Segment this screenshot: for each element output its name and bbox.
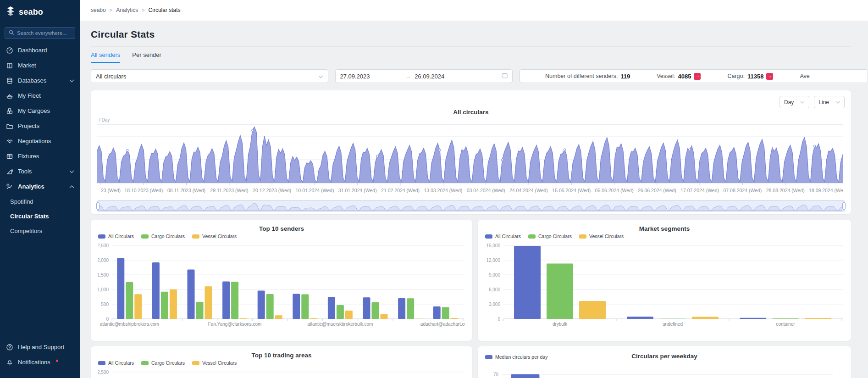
bar-vessel-circulars[interactable] <box>134 294 142 319</box>
tab-all-senders[interactable]: All senders <box>91 51 120 63</box>
bar-vessel-circulars[interactable] <box>205 286 212 319</box>
bar-vessel-circulars[interactable] <box>805 318 831 319</box>
date-range-picker[interactable]: 27.09.2023 → 26.09.2024 <box>335 69 513 83</box>
breadcrumb-item[interactable]: seabo <box>91 7 106 13</box>
x-tick-label: Fan.Yang@clarksons.com <box>208 322 262 327</box>
top-trading-areas-legend: All CircularsCargo CircularsVessel Circu… <box>98 360 465 366</box>
sidebar-item-my-cargoes[interactable]: My Cargoes <box>0 103 80 118</box>
all-circulars-area-chart[interactable]: 23 (Wed)18.10.2023 (Wed)08.11.2023 (Wed)… <box>97 122 843 195</box>
legend-item-all-circulars[interactable]: All Circulars <box>98 233 134 239</box>
legend-label: Vessel Circulars <box>202 360 237 366</box>
search-input[interactable] <box>17 30 67 36</box>
circulars-per-weekday-card: Median circulars per day Circulars per w… <box>478 346 851 378</box>
y-tick-label: 12,000 <box>486 258 500 263</box>
top-senders-bar-chart[interactable]: 05001,0001,5002,0002,500atlantic@mbshipb… <box>98 239 465 328</box>
date-to-input[interactable]: 26.09.2024 <box>415 73 498 80</box>
bar-cargo-circulars[interactable] <box>337 305 344 319</box>
bar-all-circulars[interactable] <box>188 269 195 319</box>
sidebar-item-tools[interactable]: Tools <box>0 164 80 179</box>
bar-vessel-circulars[interactable] <box>579 301 606 319</box>
bar-all-circulars[interactable] <box>740 318 766 319</box>
data-point-marker <box>376 155 378 157</box>
stat-vessel: Vessel:4085→ <box>657 73 701 80</box>
x-tick-label: container <box>776 322 795 327</box>
bar-cargo-circulars[interactable] <box>301 295 309 319</box>
sidebar-item-negotiations[interactable]: Negotiations <box>0 133 80 149</box>
sidebar-item-my-fleet[interactable]: My Fleet <box>0 88 80 103</box>
bar-all-circulars[interactable] <box>514 246 541 319</box>
legend-item-all-circulars[interactable]: All Circulars <box>98 360 134 366</box>
bar-all-circulars[interactable] <box>398 298 405 319</box>
bar-vessel-circulars[interactable] <box>275 315 282 319</box>
bar-cargo-circulars[interactable] <box>126 282 133 319</box>
sidebar-item-label: Help and Support <box>18 344 64 350</box>
legend-item-cargo-circulars[interactable]: Cargo Circulars <box>141 233 185 239</box>
bar-cargo-circulars[interactable] <box>547 263 573 319</box>
bar-all-circulars[interactable] <box>433 306 441 319</box>
bar-vessel-circulars[interactable] <box>451 318 458 319</box>
legend-swatch <box>192 361 199 365</box>
bar-all-circulars[interactable] <box>363 297 370 319</box>
x-tick-label: 17.07.2024 (Wed) <box>680 188 719 193</box>
sidebar-item-analytics[interactable]: Analytics <box>0 179 80 194</box>
bar-cargo-circulars[interactable] <box>407 298 414 319</box>
sidebar-search[interactable] <box>5 27 75 39</box>
sidebar-subitem-spotifind[interactable]: Spotifind <box>0 194 80 209</box>
legend-item-vessel-circulars[interactable]: Vessel Circulars <box>192 233 237 239</box>
bar-cargo-circulars[interactable] <box>772 318 799 319</box>
sidebar-item-fixtures[interactable]: Fixtures <box>0 149 80 164</box>
bar-cargo-circulars[interactable] <box>231 282 238 319</box>
sidebar-item-projects[interactable]: Projects <box>0 118 80 133</box>
sidebar-item-dashboard[interactable]: Dashboard <box>0 43 80 58</box>
legend-item-cargo-circulars[interactable]: Cargo Circulars <box>528 233 572 239</box>
navigator-left-handle[interactable] <box>96 202 100 210</box>
bar-vessel-circulars[interactable] <box>381 314 388 319</box>
y-tick-label: 6,000 <box>489 287 500 292</box>
circulars-per-weekday-bar-chart[interactable]: 010203040506070 <box>485 364 834 378</box>
bar-vessel-circulars[interactable] <box>240 318 247 319</box>
open-link-icon[interactable]: → <box>766 73 773 80</box>
date-from-input[interactable]: 27.09.2023 <box>340 73 402 80</box>
bar-cargo-circulars[interactable] <box>196 302 204 319</box>
bar-vessel-circulars[interactable] <box>310 318 317 319</box>
bar-vessel-circulars[interactable] <box>170 289 177 319</box>
navigator-right-handle[interactable] <box>842 202 846 210</box>
bar-all-circulars[interactable] <box>222 281 230 319</box>
chart-range-navigator[interactable] <box>97 200 845 211</box>
bar-cargo-circulars[interactable] <box>372 302 379 319</box>
legend-item-cargo-circulars[interactable]: Cargo Circulars <box>141 360 185 366</box>
breadcrumb-item[interactable]: Analytics <box>116 7 138 13</box>
bar-all-circulars[interactable] <box>152 262 160 319</box>
bar-vessel-circulars[interactable] <box>692 317 719 319</box>
bar-cargo-circulars[interactable] <box>266 294 274 319</box>
tab-per-sender[interactable]: Per sender <box>132 51 161 63</box>
app-logo[interactable]: seabo <box>0 0 80 22</box>
legend-item-vessel-circulars[interactable]: Vessel Circulars <box>192 360 237 366</box>
sidebar-subitem-competitors[interactable]: Competitors <box>0 223 80 238</box>
bar-median-circulars-per-day[interactable] <box>511 374 539 378</box>
sidebar-item-label: Fixtures <box>18 153 74 160</box>
chart-type-select[interactable]: Line <box>814 96 845 108</box>
sidebar-subitem-circular-stats[interactable]: Circular Stats <box>0 209 80 223</box>
bar-cargo-circulars[interactable] <box>161 292 168 319</box>
title-divider <box>91 46 851 47</box>
top-trading-areas-bar-chart[interactable]: 05001,0001,5002,0002,500 <box>98 366 465 378</box>
sidebar-item-notifications[interactable]: Notifications <box>0 355 80 370</box>
legend-item-all-circulars[interactable]: All Circulars <box>485 233 521 239</box>
legend-item-median-circulars-per-day[interactable]: Median circulars per day <box>485 354 547 360</box>
circular-type-select[interactable]: All circulars <box>91 69 328 83</box>
bar-vessel-circulars[interactable] <box>345 311 353 319</box>
bar-all-circulars[interactable] <box>328 297 335 319</box>
sidebar-item-databases[interactable]: Databases <box>0 73 80 88</box>
sidebar-item-market[interactable]: Market <box>0 58 80 73</box>
bar-all-circulars[interactable] <box>117 258 124 319</box>
legend-item-vessel-circulars[interactable]: Vessel Circulars <box>579 233 624 239</box>
bar-all-circulars[interactable] <box>293 294 300 319</box>
bar-all-circulars[interactable] <box>627 317 653 319</box>
open-link-icon[interactable]: → <box>694 73 701 80</box>
market-segments-bar-chart[interactable]: 03,0006,0009,00012,00015,000drybulkundef… <box>485 239 844 328</box>
sidebar-item-help-and-support[interactable]: Help and Support <box>0 339 80 355</box>
bar-cargo-circulars[interactable] <box>442 307 449 319</box>
bar-all-circulars[interactable] <box>258 291 265 319</box>
interval-select[interactable]: Day <box>780 96 809 108</box>
